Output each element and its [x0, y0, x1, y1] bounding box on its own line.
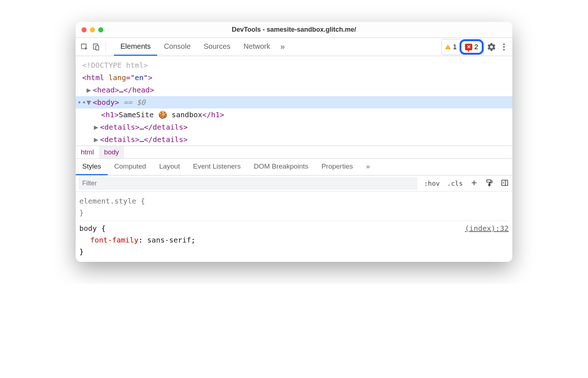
dom-details-1[interactable]: ▶<details>…</details> [76, 121, 512, 133]
css-property-font-family[interactable]: font-family: sans-serif; [79, 234, 509, 246]
styles-tab-layout[interactable]: Layout [152, 159, 186, 175]
maximize-window-button[interactable] [98, 27, 103, 32]
close-window-button[interactable] [82, 27, 87, 32]
disclosure-right-icon[interactable]: ▶ [94, 121, 99, 133]
window-title: DevTools - samesite-sandbox.glitch.me/ [76, 26, 512, 34]
force-state-hov-button[interactable]: :hov [420, 180, 443, 187]
toolbar-divider [106, 42, 106, 52]
issues-highlight-ring: ✕ 2 [460, 39, 484, 55]
inspect-element-icon[interactable] [79, 42, 90, 52]
disclosure-right-icon[interactable]: ▶ [87, 84, 92, 96]
paint-icon[interactable] [482, 179, 497, 188]
dom-details-2[interactable]: ▶<details>…</details> [76, 133, 512, 146]
issues-count: 2 [474, 43, 478, 51]
svg-rect-3 [448, 46, 448, 47]
breadcrumbs: html body [76, 146, 512, 158]
svg-rect-8 [487, 180, 491, 182]
warnings-pill[interactable]: 1 [442, 39, 460, 55]
styles-toolbar: :hov .cls [76, 176, 512, 192]
minimize-window-button[interactable] [90, 27, 95, 32]
svg-rect-2 [96, 46, 99, 50]
svg-point-5 [503, 43, 505, 45]
svg-rect-4 [448, 48, 448, 49]
body-rule[interactable]: (index):32 body { font-family: sans-seri… [79, 221, 509, 257]
toggle-sidebar-icon[interactable] [497, 179, 512, 188]
styles-tab-properties[interactable]: Properties [315, 159, 359, 175]
warning-triangle-icon [445, 44, 451, 50]
error-flag-icon: ✕ [465, 44, 472, 50]
styles-filter-input[interactable] [79, 177, 417, 190]
tab-network[interactable]: Network [237, 38, 277, 56]
styles-tab-computed[interactable]: Computed [108, 159, 153, 175]
dom-body-open[interactable]: ••• ▼<body> == $0 [76, 96, 512, 109]
device-toolbar-icon[interactable] [91, 42, 101, 52]
settings-gear-icon[interactable] [487, 42, 496, 52]
styles-tab-overflow-icon[interactable]: » [359, 159, 377, 175]
titlebar: DevTools - samesite-sandbox.glitch.me/ [76, 22, 512, 38]
dom-head[interactable]: ▶<head>…</head> [76, 84, 512, 96]
devtools-window: DevTools - samesite-sandbox.glitch.me/ E… [76, 22, 512, 262]
styles-tabs: Styles Computed Layout Event Listeners D… [76, 158, 512, 176]
element-classes-cls-button[interactable]: .cls [444, 180, 466, 187]
panel-overflow-icon[interactable]: » [277, 38, 289, 56]
dom-doctype[interactable]: <!DOCTYPE html> [76, 59, 512, 71]
styles-body: element.style { } (index):32 body { font… [76, 192, 512, 262]
issues-pill[interactable]: ✕ 2 [462, 42, 481, 52]
svg-point-6 [503, 46, 505, 47]
element-style-rule[interactable]: element.style { } [79, 194, 509, 218]
disclosure-right-icon[interactable]: ▶ [94, 133, 99, 146]
styles-tab-event-listeners[interactable]: Event Listeners [186, 159, 247, 175]
traffic-lights [82, 27, 103, 32]
dom-h1[interactable]: <h1>SameSite 🍪 sandbox</h1> [76, 109, 512, 121]
toolbar-right: 1 ✕ 2 [441, 39, 509, 55]
new-style-rule-plus-icon[interactable] [466, 179, 482, 188]
panel-toolbar: Elements Console Sources Network » 1 ✕ [76, 38, 512, 56]
crumb-body[interactable]: body [99, 146, 124, 158]
dom-tree[interactable]: <!DOCTYPE html> <html lang="en"> ▶<head>… [76, 56, 512, 146]
rule-source-link[interactable]: (index):32 [465, 223, 509, 234]
svg-point-7 [503, 49, 505, 50]
dom-gutter-dots-icon: ••• [77, 96, 91, 109]
tab-sources[interactable]: Sources [197, 38, 237, 56]
status-pill-group: 1 ✕ 2 [441, 39, 484, 55]
warnings-count: 1 [453, 43, 457, 51]
svg-rect-10 [502, 180, 508, 185]
kebab-menu-icon[interactable] [499, 42, 509, 52]
tab-elements[interactable]: Elements [114, 38, 157, 56]
styles-tab-styles[interactable]: Styles [76, 159, 108, 175]
crumb-html[interactable]: html [76, 146, 99, 158]
svg-rect-9 [489, 184, 490, 186]
panel-tabs: Elements Console Sources Network » [114, 38, 289, 56]
styles-tab-dom-breakpoints[interactable]: DOM Breakpoints [247, 159, 315, 175]
tab-console[interactable]: Console [157, 38, 197, 56]
dom-html-open[interactable]: <html lang="en"> [76, 71, 512, 84]
